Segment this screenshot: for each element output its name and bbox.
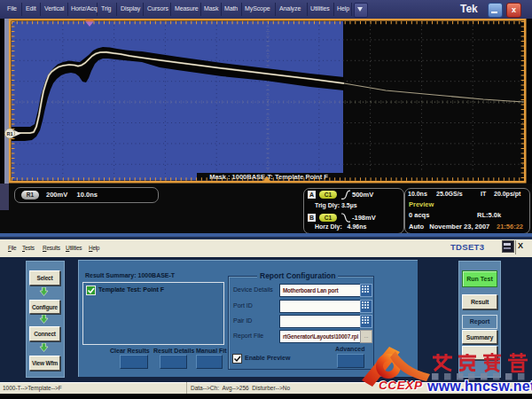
svg-text:CCEXP: CCEXP bbox=[379, 379, 423, 392]
svg-text:R1: R1 bbox=[6, 131, 12, 137]
